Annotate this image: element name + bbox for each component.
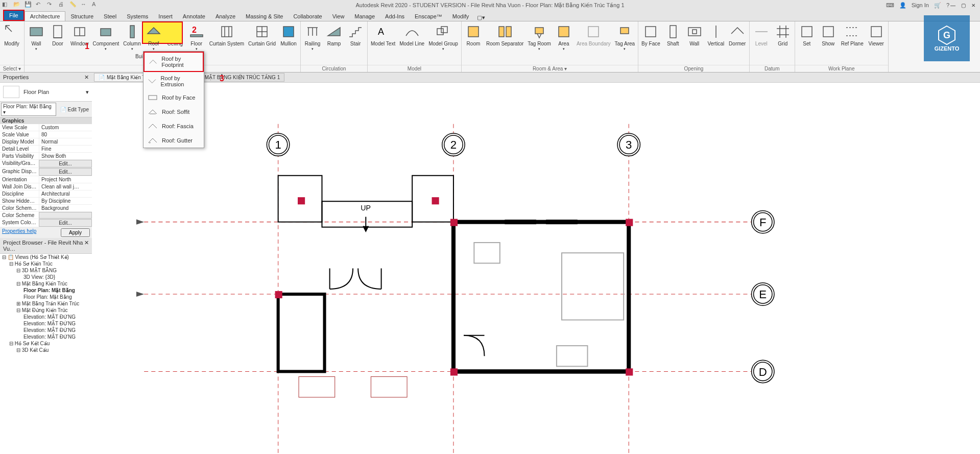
signin-link[interactable]: Sign In <box>912 2 929 8</box>
close-browser-icon[interactable]: ✕ <box>84 240 89 252</box>
tree-item[interactable]: ⊞ Mặt Bằng Trần Kiến Trúc <box>0 300 92 307</box>
text-icon[interactable]: A <box>92 1 100 9</box>
property-row[interactable]: Display ModelNormal <box>0 138 92 146</box>
tab-architecture[interactable]: Architecture <box>25 11 66 21</box>
tab-addins[interactable]: Add-Ins <box>380 12 410 21</box>
measure-icon[interactable]: 📏 <box>69 1 78 9</box>
roof-gutter-item[interactable]: Roof: Gutter <box>144 133 204 148</box>
tree-item[interactable]: Elevation: MẶT ĐỨNG <box>0 320 92 327</box>
roof-fascia-item[interactable]: Roof: Fascia <box>144 119 204 133</box>
property-row[interactable]: Scale Value80 <box>0 131 92 138</box>
room-button[interactable]: Room <box>463 22 484 64</box>
area-button[interactable]: Area▾ <box>553 22 575 64</box>
tab-massing[interactable]: Massing & Site <box>241 12 288 21</box>
tab-file[interactable]: File <box>3 10 25 21</box>
property-row[interactable]: Show Hidden …By Discipline <box>0 198 92 205</box>
close-button[interactable]: ✕ <box>969 1 978 9</box>
set-button[interactable]: Set <box>796 22 818 64</box>
tab-annotate[interactable]: Annotate <box>178 12 210 21</box>
tree-item[interactable]: Elevation: MẶT ĐỨNG <box>0 333 92 340</box>
tree-item[interactable]: ⊟ Mặt Bằng Kiến Trúc <box>0 280 92 287</box>
print-icon[interactable]: 🖨 <box>58 1 66 9</box>
tree-item[interactable]: ⊟ 3D Kết Cấu <box>0 347 92 353</box>
instance-selector[interactable]: Floor Plan: Mặt Bằng ▾ <box>1 103 56 116</box>
tree-item[interactable]: Floor Plan: Mặt Bằng <box>0 294 92 300</box>
tab-overflow-icon[interactable]: ▢▾ <box>477 14 485 21</box>
tab-manage[interactable]: Manage <box>349 12 380 21</box>
modify-button[interactable]: Modify <box>1 22 22 64</box>
grid-button[interactable]: Grid <box>772 22 794 64</box>
component-button[interactable]: Component▾ <box>91 22 122 64</box>
dimension-icon[interactable]: ↔ <box>81 1 89 9</box>
tab-modify[interactable]: Modify <box>447 12 474 21</box>
curtain-grid-button[interactable]: Curtain Grid <box>246 22 278 64</box>
ramp-button[interactable]: Ramp <box>323 22 345 64</box>
wall-opening-button[interactable]: Wall <box>684 22 705 64</box>
drawing-canvas[interactable]: 1 2 3 F E D <box>92 83 980 454</box>
keyboard-icon[interactable]: ⌨ <box>886 2 894 9</box>
property-row[interactable]: Color Scheme…Background <box>0 205 92 212</box>
tab-steel[interactable]: Steel <box>99 12 122 21</box>
open-icon[interactable]: 📂 <box>13 1 21 9</box>
level-button[interactable]: Level <box>751 22 772 64</box>
property-row[interactable]: System Color …Edit... <box>0 219 92 227</box>
curtain-system-button[interactable]: Curtain System <box>207 22 246 64</box>
door-button[interactable]: Door <box>47 22 68 64</box>
properties-help-link[interactable]: Properties help <box>2 228 36 237</box>
save-icon[interactable]: 💾 <box>25 1 33 9</box>
tab-structure[interactable]: Structure <box>65 12 99 21</box>
property-row[interactable]: DisciplineArchitectural <box>0 190 92 198</box>
mullion-button[interactable]: Mullion <box>278 22 299 64</box>
show-button[interactable]: Show <box>818 22 839 64</box>
redo-icon[interactable]: ↷ <box>47 1 55 9</box>
maximize-button[interactable]: ▢ <box>959 1 968 9</box>
by-face-button[interactable]: By Face <box>639 22 662 64</box>
vertical-button[interactable]: Vertical <box>705 22 727 64</box>
dormer-button[interactable]: Dormer <box>727 22 748 64</box>
property-row[interactable]: Detail LevelFine <box>0 146 92 153</box>
property-row[interactable]: Parts VisibilityShow Both <box>0 153 92 160</box>
property-row[interactable]: Visibility/Grap…Edit... <box>0 160 92 168</box>
property-row[interactable]: Graphic Displ…Edit... <box>0 168 92 176</box>
property-row[interactable]: Color Scheme <box>0 212 92 219</box>
roof-by-face-item[interactable]: Roof by Face <box>144 90 204 105</box>
model-line-button[interactable]: Model Line <box>397 22 426 64</box>
roof-by-footprint-item[interactable]: Roof by Footprint <box>144 52 204 72</box>
tab-collaborate[interactable]: Collaborate <box>288 12 327 21</box>
tree-item[interactable]: Floor Plan: Mặt Bằng <box>0 287 92 294</box>
tab-enscape[interactable]: Enscape™ <box>410 12 447 21</box>
tree-item[interactable]: 3D View: {3D} <box>0 274 92 280</box>
edit-type-button[interactable]: 📄 Edit Type <box>58 103 91 116</box>
viewer-button[interactable]: Viewer <box>866 22 887 64</box>
tree-item[interactable]: ⊟ Mặt Đứng Kiến Trúc <box>0 307 92 314</box>
model-group-button[interactable]: Model Group▾ <box>426 22 460 64</box>
minimize-button[interactable]: — <box>948 1 958 9</box>
roof-soffit-item[interactable]: Roof: Soffit <box>144 105 204 119</box>
tree-item[interactable]: ⊟ 📋 Views (Hồ Sơ Thiết Kế) <box>0 254 92 260</box>
tree-item[interactable]: ⊟ Hồ Sơ Kết Cấu <box>0 340 92 347</box>
tab-systems[interactable]: Systems <box>122 12 153 21</box>
stair-button[interactable]: Stair <box>345 22 366 64</box>
close-properties-icon[interactable]: ✕ <box>84 74 89 81</box>
apply-button[interactable]: Apply <box>61 228 90 237</box>
tab-analyze[interactable]: Analyze <box>210 12 241 21</box>
model-text-button[interactable]: AModel Text <box>369 22 397 64</box>
property-row[interactable]: OrientationProject North <box>0 176 92 183</box>
property-row[interactable]: View ScaleCustom <box>0 124 92 131</box>
area-boundary-button[interactable]: Area Boundary <box>575 22 613 64</box>
railing-button[interactable]: Railing▾ <box>302 22 323 64</box>
tag-room-button[interactable]: Tag Room▾ <box>525 22 553 64</box>
graphics-section[interactable]: Graphics <box>0 117 92 124</box>
tree-item[interactable]: ⊟ Hồ Sơ Kiến Trúc <box>0 260 92 267</box>
cart-icon[interactable]: 🛒 <box>934 2 941 9</box>
ref-plane-button[interactable]: Ref Plane <box>839 22 866 64</box>
property-row[interactable]: Wall Join Disp…Clean all wall j… <box>0 183 92 190</box>
tree-item[interactable]: Elevation: MẶT ĐỨNG <box>0 314 92 320</box>
room-separator-button[interactable]: Room Separator <box>484 22 525 64</box>
tab-view[interactable]: View <box>327 12 350 21</box>
shaft-button[interactable]: Shaft <box>662 22 684 64</box>
tree-item[interactable]: Elevation: MẶT ĐỨNG <box>0 327 92 333</box>
tag-area-button[interactable]: Tag Area▾ <box>613 22 637 64</box>
type-selector[interactable]: Floor Plan ▾ <box>0 83 92 102</box>
wall-button[interactable]: Wall▾ <box>26 22 47 64</box>
